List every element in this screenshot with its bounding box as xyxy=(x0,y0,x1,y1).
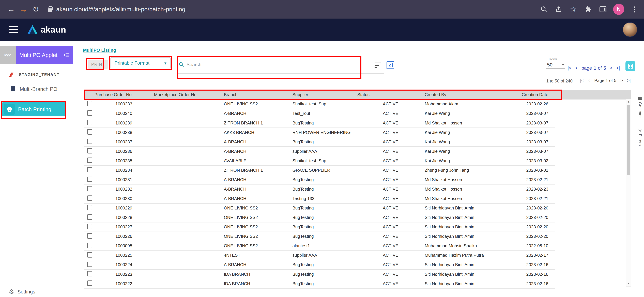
side-panel-icon[interactable] xyxy=(598,5,608,14)
brand-name: akaun xyxy=(40,25,66,35)
table-row[interactable]: 1000231 A-BRANCH BugTesting ACTIVE Md Sh… xyxy=(84,175,555,184)
printable-format-dropdown[interactable]: Printable Format ▾ xyxy=(110,57,170,69)
table-row[interactable]: 1000095 ONE LIVING SS2 alantest1 ACTIVE … xyxy=(84,241,555,251)
header-marketplace-order-no[interactable]: Marketplace Order No xyxy=(153,92,223,97)
tab-filters[interactable]: Filters xyxy=(638,128,642,146)
row-checkbox[interactable] xyxy=(87,101,92,106)
table-row[interactable]: 1000236 A-BRANCH supplier AAA ACTIVE Kai… xyxy=(84,147,555,156)
user-avatar[interactable] xyxy=(622,22,638,37)
browser-menu-kebab-icon[interactable]: ⋮ xyxy=(630,5,639,14)
scrollbar-thumb[interactable] xyxy=(627,105,630,175)
filter-list-icon[interactable] xyxy=(374,63,381,68)
row-checkbox[interactable] xyxy=(87,148,92,153)
row-checkbox[interactable] xyxy=(87,224,92,229)
sidebar-item-multi-branch-po[interactable]: Multi-Branch PO xyxy=(0,84,73,95)
pager-first-button[interactable]: |< xyxy=(568,66,572,71)
rows-per-page-selector[interactable]: Rows 50 ▾ xyxy=(546,57,565,69)
cell-supplier: Testing 133 xyxy=(292,196,356,201)
pager-next-button[interactable]: > xyxy=(620,78,623,83)
cell-created-by: Siti Norhidayah Binti Amin xyxy=(424,281,516,286)
row-checkbox[interactable] xyxy=(87,177,92,182)
cell-status: ACTIVE xyxy=(356,196,424,201)
row-checkbox[interactable] xyxy=(87,205,92,210)
cell-status: ACTIVE xyxy=(356,158,424,163)
row-checkbox[interactable] xyxy=(87,186,92,191)
row-checkbox[interactable] xyxy=(87,110,92,116)
table-scrollbar[interactable]: ▲ ▼ xyxy=(626,99,631,286)
table-row[interactable]: 1000239 ZITRON BRANCH 1 BugTesting ACTIV… xyxy=(84,118,555,128)
table-row[interactable]: 1000229 ONE LIVING SS2 BugTesting ACTIVE… xyxy=(84,204,555,213)
pager-first-button[interactable]: |< xyxy=(580,78,584,83)
table-row[interactable]: 1000224 A-BRANCH BugTesting ACTIVE Siti … xyxy=(84,260,555,270)
table-row[interactable]: 1000223 IDA BRANCH BugTesting ACTIVE Sit… xyxy=(84,270,555,279)
table-row[interactable]: 1000225 4NTEST supplier AAA ACTIVE Muham… xyxy=(84,251,555,260)
column-view-icon[interactable]: 2 xyxy=(386,61,394,69)
cell-status: ACTIVE xyxy=(356,121,424,125)
header-status[interactable]: Status xyxy=(356,92,424,97)
header-creation-date[interactable]: Creation Date xyxy=(516,92,555,97)
pager-prev-button[interactable]: < xyxy=(575,66,578,71)
row-checkbox[interactable] xyxy=(87,158,92,163)
row-checkbox[interactable] xyxy=(87,243,92,248)
scrollbar-up-arrow[interactable]: ▲ xyxy=(626,100,631,103)
pager-page-text: page 1 of 5 xyxy=(582,66,606,71)
row-checkbox[interactable] xyxy=(87,233,92,239)
row-checkbox[interactable] xyxy=(87,120,92,125)
row-checkbox[interactable] xyxy=(87,271,92,276)
browser-reload-button[interactable]: ↻ xyxy=(30,3,42,15)
header-purchase-order-no[interactable]: Purchase Order No xyxy=(94,92,153,97)
table-row[interactable]: 1000228 ONE LIVING SS2 BugTesting ACTIVE… xyxy=(84,213,555,222)
pager-last-button[interactable]: >| xyxy=(627,78,631,83)
brand-logo[interactable]: akaun xyxy=(27,25,66,35)
hamburger-menu-icon[interactable] xyxy=(9,26,18,33)
tab-columns[interactable]: Columns xyxy=(638,96,642,118)
browser-address-bar[interactable]: akaun.cloud/#/applets/allit/multi-po/bat… xyxy=(48,6,534,13)
header-branch[interactable]: Branch xyxy=(223,92,292,97)
row-checkbox[interactable] xyxy=(87,252,92,257)
header-supplier[interactable]: Supplier xyxy=(292,92,356,97)
row-checkbox[interactable] xyxy=(87,195,92,201)
pager-next-button[interactable]: > xyxy=(610,66,612,71)
row-checkbox[interactable] xyxy=(87,280,92,286)
row-checkbox[interactable] xyxy=(87,167,92,173)
applet-header[interactable]: logo Multi PO Applet xyxy=(0,46,73,64)
pager-last-button[interactable]: >| xyxy=(616,66,620,71)
scrollbar-down-arrow[interactable]: ▼ xyxy=(626,282,631,285)
grid-view-button[interactable] xyxy=(626,61,636,71)
table-row[interactable]: 1000238 AKK3 BRANCH RNH POWER ENGINEERIN… xyxy=(84,128,555,137)
browser-profile-avatar[interactable]: N xyxy=(613,4,624,15)
row-checkbox[interactable] xyxy=(87,261,92,267)
print-button[interactable]: PRINT xyxy=(88,60,108,69)
table-row[interactable]: 1000227 ONE LIVING SS2 BugTesting ACTIVE… xyxy=(84,222,555,232)
search-tabs-icon[interactable] xyxy=(539,5,548,14)
sidebar-item-settings[interactable]: ⚙ Settings xyxy=(8,289,35,295)
cell-branch: A-BRANCH xyxy=(223,196,292,201)
rows-label: Rows xyxy=(549,57,565,61)
sidebar-item-tenant[interactable]: STAGING_TENANT xyxy=(0,70,73,80)
extensions-puzzle-icon[interactable] xyxy=(584,5,593,14)
breadcrumb-multipo-listing[interactable]: MultiPO Listing xyxy=(83,48,116,53)
search-input[interactable] xyxy=(186,62,358,67)
table-row[interactable]: 1000234 ZITRON BRANCH 1 GRACE SUPPLIER A… xyxy=(84,166,555,175)
header-created-by[interactable]: Created By xyxy=(424,92,516,97)
table-row[interactable]: 1000226 ONE LIVING SS2 BugTesting ACTIVE… xyxy=(84,232,555,241)
table-row[interactable]: 1000237 A-BRANCH BugTesting ACTIVE Kai J… xyxy=(84,137,555,147)
table-row[interactable]: 1000240 A-BRANCH Test_rout ACTIVE Kai Ji… xyxy=(84,109,555,118)
row-checkbox[interactable] xyxy=(87,129,92,135)
menu-open-icon[interactable] xyxy=(62,52,70,58)
browser-back-button[interactable]: ← xyxy=(5,3,17,15)
bookmark-star-icon[interactable]: ☆ xyxy=(569,5,578,14)
table-row[interactable]: 1000235 AVAILABLE Shaikot_test_Sup ACTIV… xyxy=(84,156,555,166)
row-checkbox[interactable] xyxy=(87,139,92,144)
row-checkbox[interactable] xyxy=(87,214,92,220)
pager-prev-button[interactable]: < xyxy=(588,78,590,83)
browser-forward-button[interactable]: → xyxy=(17,3,30,15)
share-icon[interactable] xyxy=(554,5,563,14)
table-row[interactable]: 1000230 A-BRANCH Testing 133 ACTIVE Md S… xyxy=(84,194,555,204)
table-row[interactable]: 1000233 ONE LIVING SS2 Shaikot_test_Sup … xyxy=(84,100,555,109)
sidebar-item-batch-printing[interactable]: Batch Printing xyxy=(2,102,66,116)
table-row[interactable]: 1000222 IDA BRANCH BugTesting ACTIVE Sit… xyxy=(84,279,555,288)
cell-status: ACTIVE xyxy=(356,253,424,258)
cell-supplier: supplier AAA xyxy=(292,253,356,258)
table-row[interactable]: 1000232 A-BRANCH BugTesting ACTIVE Md Sh… xyxy=(84,184,555,194)
